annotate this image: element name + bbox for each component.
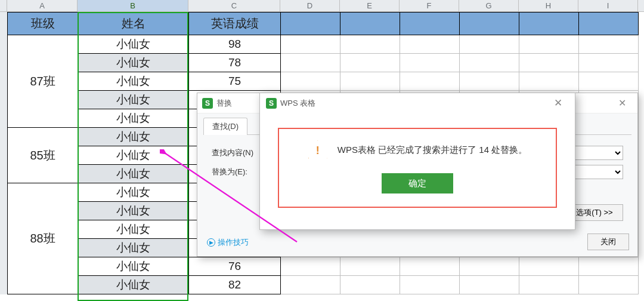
warning-icon xyxy=(308,140,328,160)
alert-titlebar[interactable]: S WPS 表格 ✕ xyxy=(260,93,575,113)
empty-cell[interactable] xyxy=(340,276,400,294)
close-icon[interactable]: ✕ xyxy=(547,96,569,110)
empty-cell[interactable] xyxy=(519,276,579,294)
empty-cell[interactable] xyxy=(460,257,519,276)
name-cell[interactable]: 小仙女 xyxy=(78,165,189,183)
wps-app-icon: S xyxy=(266,98,277,109)
empty-cell[interactable] xyxy=(400,13,460,35)
alert-title: WPS 表格 xyxy=(280,98,547,109)
score-cell[interactable]: 76 xyxy=(189,257,281,276)
empty-cell[interactable] xyxy=(400,276,460,294)
play-icon: ▶ xyxy=(207,238,215,247)
find-what-label: 查找内容(N) xyxy=(212,148,262,158)
wps-app-icon: S xyxy=(202,98,213,109)
name-cell[interactable]: 小仙女 xyxy=(78,220,189,239)
empty-cell[interactable] xyxy=(281,13,340,35)
corner-cell[interactable] xyxy=(0,0,7,11)
empty-cell[interactable] xyxy=(460,35,519,54)
empty-cell[interactable] xyxy=(340,35,400,54)
empty-cell[interactable] xyxy=(340,13,400,35)
name-cell[interactable]: 小仙女 xyxy=(78,91,189,109)
alert-message: WPS表格 已经完成了搜索并进行了 14 处替换。 xyxy=(338,145,527,156)
col-header-E[interactable]: E xyxy=(340,0,400,11)
empty-cell[interactable] xyxy=(340,72,400,91)
tips-label: 操作技巧 xyxy=(218,237,249,248)
empty-cell[interactable] xyxy=(460,72,519,91)
empty-cell[interactable] xyxy=(519,72,579,91)
empty-cell[interactable] xyxy=(460,54,519,72)
header-cell[interactable]: 班级 xyxy=(8,13,78,35)
name-cell[interactable]: 小仙女 xyxy=(78,146,189,165)
name-cell[interactable]: 小仙女 xyxy=(78,239,189,257)
col-header-C[interactable]: C xyxy=(188,0,280,11)
empty-cell[interactable] xyxy=(460,276,519,294)
name-cell[interactable]: 小仙女 xyxy=(78,128,189,146)
empty-cell[interactable] xyxy=(340,257,400,276)
empty-cell[interactable] xyxy=(400,72,460,91)
name-cell[interactable]: 小仙女 xyxy=(78,109,189,128)
empty-cell[interactable] xyxy=(579,276,639,294)
close-button[interactable]: 关闭 xyxy=(587,234,629,250)
empty-cell[interactable] xyxy=(400,54,460,72)
empty-cell[interactable] xyxy=(400,35,460,54)
alert-dialog: S WPS 表格 ✕ WPS表格 已经完成了搜索并进行了 14 处替换。 确定 xyxy=(259,93,575,230)
empty-cell[interactable] xyxy=(579,35,639,54)
empty-cell[interactable] xyxy=(519,35,579,54)
col-header-A[interactable]: A xyxy=(7,0,78,11)
score-cell[interactable]: 75 xyxy=(189,72,281,91)
empty-cell[interactable] xyxy=(281,276,340,294)
name-cell[interactable]: 小仙女 xyxy=(78,257,189,276)
replace-with-label: 替换为(E): xyxy=(212,167,262,177)
tips-link[interactable]: ▶ 操作技巧 xyxy=(207,237,249,248)
col-header-I[interactable]: I xyxy=(578,0,638,11)
name-cell[interactable]: 小仙女 xyxy=(78,72,189,91)
name-cell[interactable]: 小仙女 xyxy=(78,183,189,202)
score-cell[interactable]: 82 xyxy=(189,276,281,294)
alert-highlight-box: WPS表格 已经完成了搜索并进行了 14 处替换。 确定 xyxy=(278,128,557,208)
empty-cell[interactable] xyxy=(281,72,340,91)
empty-cell[interactable] xyxy=(519,54,579,72)
col-header-F[interactable]: F xyxy=(400,0,459,11)
row-number-gutter[interactable] xyxy=(0,12,7,294)
header-cell[interactable]: 英语成绩 xyxy=(189,13,281,35)
col-header-H[interactable]: H xyxy=(519,0,578,11)
empty-cell[interactable] xyxy=(281,35,340,54)
empty-cell[interactable] xyxy=(579,257,639,276)
name-cell[interactable]: 小仙女 xyxy=(78,276,189,294)
empty-cell[interactable] xyxy=(579,72,639,91)
empty-cell[interactable] xyxy=(519,13,579,35)
col-header-D[interactable]: D xyxy=(280,0,340,11)
name-cell[interactable]: 小仙女 xyxy=(78,202,189,220)
col-header-G[interactable]: G xyxy=(459,0,519,11)
score-cell[interactable]: 98 xyxy=(189,35,281,54)
ok-button[interactable]: 确定 xyxy=(382,173,453,194)
empty-cell[interactable] xyxy=(281,54,340,72)
empty-cell[interactable] xyxy=(579,54,639,72)
empty-cell[interactable] xyxy=(340,54,400,72)
empty-cell[interactable] xyxy=(579,13,639,35)
empty-cell[interactable] xyxy=(281,257,340,276)
empty-cell[interactable] xyxy=(519,257,579,276)
col-header-B[interactable]: B xyxy=(78,0,188,11)
tab-find[interactable]: 查找(D) xyxy=(203,118,247,135)
class-cell[interactable]: 87班 xyxy=(8,35,78,128)
column-header-row: A B C D E F G H I xyxy=(0,0,644,12)
header-cell[interactable]: 姓名 xyxy=(78,13,189,35)
empty-cell[interactable] xyxy=(460,13,519,35)
class-cell[interactable]: 88班 xyxy=(8,183,78,294)
name-cell[interactable]: 小仙女 xyxy=(78,35,189,54)
close-icon[interactable]: ✕ xyxy=(611,96,633,110)
score-cell[interactable]: 78 xyxy=(189,54,281,72)
class-cell[interactable]: 85班 xyxy=(8,128,78,183)
empty-cell[interactable] xyxy=(400,257,460,276)
name-cell[interactable]: 小仙女 xyxy=(78,54,189,72)
